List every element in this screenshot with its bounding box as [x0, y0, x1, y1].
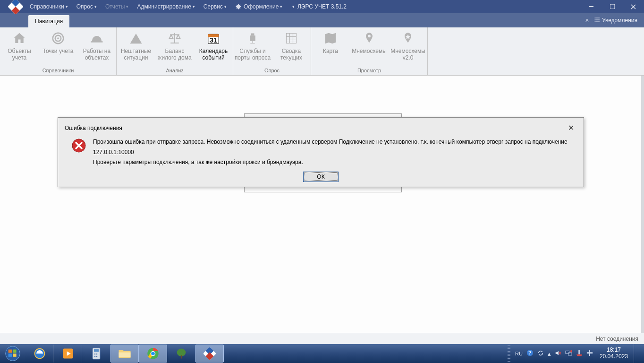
task-media[interactable] — [54, 345, 82, 363]
ribbon-label: Календарь событий — [195, 48, 232, 61]
menu-spravochniki[interactable]: Справочники▾ — [25, 0, 72, 13]
svg-point-29 — [177, 349, 186, 356]
dialog-actions: ОК — [58, 169, 584, 187]
svg-rect-16 — [13, 354, 17, 357]
folder-icon — [118, 347, 132, 360]
dialog-close-button[interactable]: ✕ — [565, 122, 577, 133]
notifications-button[interactable]: Уведомления — [593, 17, 637, 24]
show-desktop-button[interactable] — [634, 344, 640, 363]
help-icon[interactable]: ? — [525, 349, 535, 358]
minimize-button[interactable] — [580, 0, 602, 13]
error-icon — [71, 138, 86, 153]
start-button[interactable] — [0, 344, 25, 363]
task-calc[interactable] — [82, 345, 110, 363]
volume-icon[interactable] — [553, 350, 563, 358]
svg-point-23 — [96, 354, 97, 355]
maximize-button[interactable] — [602, 0, 623, 13]
svg-rect-30 — [180, 355, 181, 359]
tab-navigation[interactable]: Навигация — [28, 15, 69, 27]
tree-icon — [175, 347, 188, 360]
task-tree[interactable] — [167, 345, 195, 363]
menu-opros[interactable]: Опрос▾ — [72, 0, 101, 13]
ribbon-btn-map[interactable]: Карта — [311, 29, 350, 68]
menu-admin[interactable]: Администрирование▾ — [133, 0, 199, 13]
ribbon-label: Точки учета — [43, 48, 74, 55]
title-bar: Справочники▾ Опрос▾ Отчеты▾ Администриро… — [0, 0, 644, 13]
ribbon-btn-calendar[interactable]: 31 Календарь событий — [194, 29, 233, 68]
ribbon-btn-mnemo2[interactable]: Мнемосхемы v2.0 — [389, 29, 427, 68]
ribbon-collapse-icon[interactable]: ᐱ — [585, 18, 589, 23]
svg-rect-9 — [250, 35, 255, 41]
task-lers[interactable] — [195, 345, 224, 363]
svg-rect-21 — [94, 349, 99, 352]
ribbon-btn-situations[interactable]: Нештатные ситуации — [117, 29, 155, 68]
ribbon-group-label: Анализ — [117, 68, 233, 74]
task-chrome[interactable] — [139, 345, 167, 363]
security-icon[interactable] — [574, 350, 585, 358]
home-icon — [11, 30, 27, 46]
ribbon-btn-services[interactable]: Службы и порты опроса — [233, 29, 272, 68]
clock-date: 20.04.2023 — [600, 354, 628, 360]
ribbon-group-spravochniki: Объекты учета Точки учета Работы на объе… — [0, 27, 117, 75]
ribbon-label: Сводка текущих — [273, 48, 310, 61]
ribbon-label: Баланс жилого дома — [156, 48, 193, 61]
ribbon-group-label: Опрос — [233, 68, 311, 74]
app-logo — [8, 0, 23, 13]
menu-otchety[interactable]: Отчеты▾ — [101, 0, 133, 13]
svg-point-35 — [570, 350, 572, 352]
ribbon-group-label: Просмотр — [311, 68, 427, 74]
client-area — [0, 76, 644, 344]
action-center-icon[interactable] — [585, 350, 595, 358]
svg-point-22 — [94, 354, 95, 355]
ribbon-label: Нештатные ситуации — [118, 48, 154, 61]
ribbon-label: Работы на объектах — [78, 48, 115, 61]
task-explorer[interactable] — [110, 345, 139, 363]
ribbon-label: Мнемосхемы v2.0 — [390, 48, 426, 61]
map-icon — [322, 30, 339, 46]
svg-point-24 — [94, 356, 95, 357]
list-icon — [593, 17, 600, 23]
sync-icon[interactable] — [535, 350, 546, 358]
ribbon: Объекты учета Точки учета Работы на объе… — [0, 27, 644, 76]
tray-chevron-icon[interactable]: ▴ — [546, 350, 553, 357]
ribbon-label: Карта — [323, 48, 338, 55]
svg-rect-34 — [568, 353, 572, 355]
ribbon-group-opros: Службы и порты опроса Сводка текущих Опр… — [233, 27, 311, 75]
svg-rect-1 — [610, 4, 615, 9]
window-controls — [580, 0, 644, 13]
menu-service[interactable]: Сервис▾ — [199, 0, 231, 13]
error-dialog: Ошибка подключения ✕ Произошла ошибка пр… — [58, 117, 584, 187]
dialog-line2: Проверьте параметры подключения, а так ж… — [93, 157, 577, 168]
network-icon[interactable] — [563, 350, 574, 358]
dialog-titlebar: Ошибка подключения ✕ — [58, 118, 584, 136]
app-title: ЛЭРС УЧЕТ 3.51.2 — [297, 3, 347, 10]
menu-theme[interactable]: Оформление▾ — [231, 0, 287, 13]
taskbar-clock[interactable]: 18:17 20.04.2023 — [595, 347, 631, 360]
dialog-line1: Произошла ошибка при отправке запроса. Н… — [93, 137, 577, 157]
lang-indicator[interactable]: RU — [513, 351, 525, 356]
svg-rect-33 — [566, 351, 569, 354]
notifications-area: ᐱ Уведомления — [585, 13, 644, 27]
svg-rect-8 — [251, 34, 254, 36]
ribbon-btn-summary[interactable]: Сводка текущих — [272, 29, 311, 68]
ribbon-group-prosmotr: Карта Мнемосхемы Мнемосхемы v2.0 Просмот… — [311, 27, 428, 75]
ribbon-btn-objects[interactable]: Объекты учета — [0, 29, 39, 68]
ie-icon — [33, 347, 46, 360]
close-button[interactable] — [623, 0, 644, 13]
main-menu: Справочники▾ Опрос▾ Отчеты▾ Администриро… — [25, 0, 299, 13]
scales-icon — [167, 30, 183, 46]
svg-rect-14 — [13, 350, 17, 353]
task-ie[interactable] — [25, 345, 54, 363]
ok-button[interactable]: ОК — [303, 172, 339, 182]
tray-grip[interactable] — [508, 346, 510, 362]
svg-rect-36 — [578, 350, 580, 354]
pin2-icon — [400, 30, 416, 46]
svg-rect-15 — [8, 354, 12, 357]
media-player-icon — [61, 347, 75, 360]
svg-point-10 — [368, 35, 371, 37]
ribbon-btn-works[interactable]: Работы на объектах — [77, 29, 116, 68]
svg-text:31: 31 — [210, 36, 218, 44]
ribbon-btn-balance[interactable]: Баланс жилого дома — [155, 29, 194, 68]
ribbon-btn-points[interactable]: Точки учета — [39, 29, 77, 68]
ribbon-btn-mnemo[interactable]: Мнемосхемы — [350, 29, 389, 68]
